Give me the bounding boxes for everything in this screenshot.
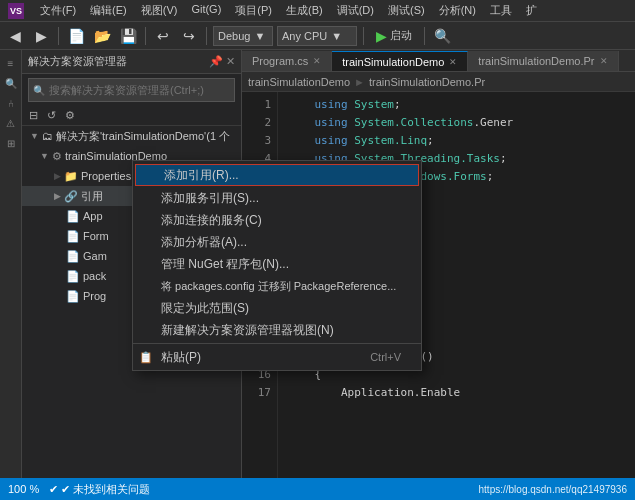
ctx-new-solution-view[interactable]: 新建解决方案资源管理器视图(N) — [133, 319, 421, 341]
expand-arrow: ▼ — [30, 131, 39, 141]
solution-icon: 🗂 — [42, 130, 53, 142]
expand-arrow: ▶ — [54, 171, 61, 181]
ctx-manage-nuget[interactable]: 管理 NuGet 程序包(N)... — [133, 253, 421, 275]
ctx-scope[interactable]: 限定为此范围(S) — [133, 297, 421, 319]
paste-icon: 📋 — [139, 351, 153, 364]
menu-tools[interactable]: 工具 — [484, 1, 518, 20]
chevron-down-icon: ▼ — [254, 30, 265, 42]
back-button[interactable]: ◀ — [4, 26, 26, 46]
menu-build[interactable]: 生成(B) — [280, 1, 329, 20]
open-file-button[interactable]: 📂 — [91, 26, 113, 46]
left-activity-bar: ≡ 🔍 ⑃ ⚠ ⊞ — [0, 50, 22, 478]
toolbar: ◀ ▶ 📄 📂 💾 ↩ ↪ Debug ▼ Any CPU ▼ ▶ 启动 🔍 — [0, 22, 635, 50]
status-right: https://blog.qsdn.net/qq21497936 — [479, 484, 627, 495]
filter-button[interactable]: ⚙ — [62, 108, 78, 123]
breadcrumb-sep: ► — [354, 76, 365, 88]
file-icon: 📄 — [66, 270, 80, 283]
expand-arrow: ▼ — [40, 151, 49, 161]
tab-close-active-icon[interactable]: ✕ — [449, 57, 457, 67]
menu-test[interactable]: 测试(S) — [382, 1, 431, 20]
activity-extensions[interactable]: ⊞ — [2, 134, 20, 152]
refresh-button[interactable]: ↺ — [44, 108, 59, 123]
ctx-paste[interactable]: 📋 粘贴(P) Ctrl+V — [133, 346, 421, 368]
panel-title-bar: 解决方案资源管理器 📌 ✕ — [22, 50, 241, 74]
search-input[interactable] — [49, 84, 230, 96]
separator-5 — [424, 27, 425, 45]
menu-project[interactable]: 项目(P) — [229, 1, 278, 20]
solution-explorer-panel: 解决方案资源管理器 📌 ✕ 🔍 ⊟ ↺ ⚙ ▼ 🗂 解决方案'trainSimu… — [22, 50, 242, 478]
collapse-all-button[interactable]: ⊟ — [26, 108, 41, 123]
ctx-separator — [133, 343, 421, 344]
folder-icon: 📁 — [64, 170, 78, 183]
menu-edit[interactable]: 编辑(E) — [84, 1, 133, 20]
play-icon: ▶ — [376, 28, 387, 44]
ctx-add-connected-service[interactable]: 添加连接的服务(C) — [133, 209, 421, 231]
tree-toolbar: ⊟ ↺ ⚙ — [22, 106, 241, 126]
file-icon: 📄 — [66, 230, 80, 243]
close-panel-icon[interactable]: ✕ — [226, 55, 235, 68]
pin-icon[interactable]: 📌 — [209, 55, 223, 68]
activity-search[interactable]: 🔍 — [2, 74, 20, 92]
references-icon: 🔗 — [64, 190, 78, 203]
tab-close-icon-2[interactable]: ✕ — [600, 56, 608, 66]
separator-1 — [58, 27, 59, 45]
code-line-1: using System; — [288, 96, 625, 114]
ctx-add-service-ref[interactable]: 添加服务引用(S)... — [133, 187, 421, 209]
expand-arrow: ▶ — [54, 191, 61, 201]
solution-root[interactable]: ▼ 🗂 解决方案'trainSimulationDemo'(1 个 — [22, 126, 241, 146]
file-icon: 📄 — [66, 290, 80, 303]
redo-button[interactable]: ↪ — [178, 26, 200, 46]
context-menu: 添加引用(R)... 添加服务引用(S)... 添加连接的服务(C) 添加分析器… — [132, 160, 422, 371]
forward-button[interactable]: ▶ — [30, 26, 52, 46]
tab-program-cs[interactable]: Program.cs ✕ — [242, 51, 332, 71]
menu-analyze[interactable]: 分析(N) — [433, 1, 482, 20]
separator-4 — [363, 27, 364, 45]
tab-train-sim-pr[interactable]: trainSimulationDemo.Pr ✕ — [468, 51, 618, 71]
breadcrumb: trainSimulationDemo ► trainSimulationDem… — [242, 72, 635, 92]
project-icon: ⚙ — [52, 150, 62, 163]
tab-train-sim[interactable]: trainSimulationDemo ✕ — [332, 51, 468, 71]
save-button[interactable]: 💾 — [117, 26, 139, 46]
activity-explore[interactable]: ≡ — [2, 54, 20, 72]
ctx-add-analyzer[interactable]: 添加分析器(A)... — [133, 231, 421, 253]
menu-git[interactable]: Git(G) — [185, 1, 227, 20]
title-bar: VS 文件(F) 编辑(E) 视图(V) Git(G) 项目(P) 生成(B) … — [0, 0, 635, 22]
undo-button[interactable]: ↩ — [152, 26, 174, 46]
checkmark-icon: ✔ — [49, 483, 58, 496]
code-line-17: Application.Enable — [288, 384, 625, 402]
file-icon: 📄 — [66, 250, 80, 263]
separator-2 — [145, 27, 146, 45]
file-icon: 📄 — [66, 210, 80, 223]
solution-search-box[interactable]: 🔍 — [28, 78, 235, 102]
panel-title-icons: 📌 ✕ — [209, 55, 235, 68]
search-toolbar-button[interactable]: 🔍 — [431, 26, 453, 46]
menu-ext[interactable]: 扩 — [520, 1, 543, 20]
debug-config-dropdown[interactable]: Debug ▼ — [213, 26, 273, 46]
separator-3 — [206, 27, 207, 45]
status-bar: 100 % ✔ ✔ 未找到相关问题 https://blog.qsdn.net/… — [0, 478, 635, 500]
menu-file[interactable]: 文件(F) — [34, 1, 82, 20]
run-button[interactable]: ▶ 启动 — [370, 26, 418, 46]
menu-bar: 文件(F) 编辑(E) 视图(V) Git(G) 项目(P) 生成(B) 调试(… — [34, 1, 543, 20]
code-line-3: using System.Linq; — [288, 132, 625, 150]
vs-logo: VS — [8, 3, 24, 19]
zoom-level: 100 % — [8, 483, 39, 495]
activity-debug[interactable]: ⚠ — [2, 114, 20, 132]
tab-close-icon[interactable]: ✕ — [313, 56, 321, 66]
menu-debug[interactable]: 调试(D) — [331, 1, 380, 20]
ctx-add-reference[interactable]: 添加引用(R)... — [135, 164, 419, 186]
main-layout: ≡ 🔍 ⑃ ⚠ ⊞ 解决方案资源管理器 📌 ✕ 🔍 ⊟ ↺ ⚙ ▼ — [0, 50, 635, 478]
status-errors: ✔ ✔ 未找到相关问题 — [49, 482, 150, 497]
new-file-button[interactable]: 📄 — [65, 26, 87, 46]
chevron-down-icon: ▼ — [331, 30, 342, 42]
code-line-2: using System.Collections.Gener — [288, 114, 625, 132]
panel-title: 解决方案资源管理器 — [28, 54, 127, 69]
search-icon: 🔍 — [33, 85, 45, 96]
ctx-migrate-packages[interactable]: 将 packages.config 迁移到 PackageReference..… — [133, 275, 421, 297]
activity-git[interactable]: ⑃ — [2, 94, 20, 112]
menu-view[interactable]: 视图(V) — [135, 1, 184, 20]
editor-tabs: Program.cs ✕ trainSimulationDemo ✕ train… — [242, 50, 635, 72]
cpu-platform-dropdown[interactable]: Any CPU ▼ — [277, 26, 357, 46]
